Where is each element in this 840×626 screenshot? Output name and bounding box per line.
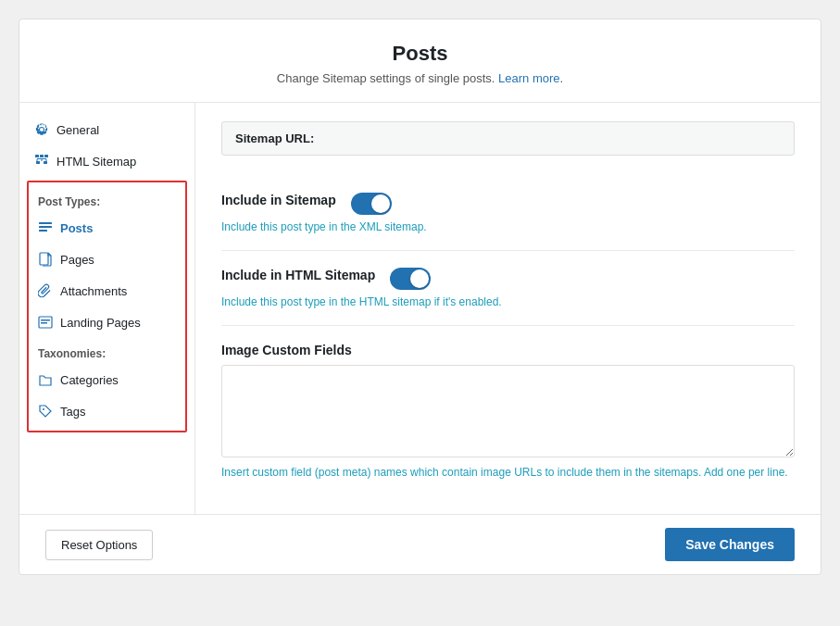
sidebar-item-posts[interactable]: Posts	[29, 212, 185, 244]
sidebar-item-landing-pages[interactable]: Landing Pages	[29, 307, 185, 338]
sitemap-url-bar: Sitemap URL:	[221, 121, 795, 156]
categories-icon	[38, 372, 53, 387]
sidebar-item-landing-pages-label: Landing Pages	[60, 316, 141, 330]
sidebar: General HTML Sitemap Post Types:	[19, 103, 195, 514]
sidebar-item-general-label: General	[56, 123, 99, 137]
gear-icon	[34, 122, 49, 137]
sidebar-item-posts-label: Posts	[60, 221, 93, 235]
sidebar-item-html-sitemap-label: HTML Sitemap	[56, 155, 136, 169]
svg-rect-15	[41, 322, 47, 324]
content-area: Sitemap URL: Include in Sitemap Include …	[195, 103, 821, 514]
svg-rect-14	[41, 319, 50, 321]
svg-rect-11	[39, 230, 47, 232]
svg-rect-5	[36, 161, 40, 164]
page-subtitle: Change Sitemap settings of single posts.…	[38, 71, 802, 85]
page-body: General HTML Sitemap Post Types:	[19, 103, 821, 514]
sidebar-item-general[interactable]: General	[19, 114, 194, 145]
svg-rect-1	[40, 155, 44, 157]
post-types-label: Post Types:	[29, 186, 185, 212]
pages-icon	[38, 252, 53, 267]
svg-rect-2	[44, 155, 48, 157]
setting-image-custom-fields: Image Custom Fields Insert custom field …	[221, 326, 795, 495]
svg-rect-7	[37, 159, 38, 161]
attachments-icon	[38, 283, 53, 298]
sidebar-item-pages-label: Pages	[60, 253, 94, 267]
sidebar-item-tags[interactable]: Tags	[29, 395, 185, 427]
sidebar-item-categories[interactable]: Categories	[29, 364, 185, 395]
landing-pages-icon	[38, 315, 53, 330]
include-in-html-sitemap-toggle[interactable]	[390, 268, 431, 290]
outer-container: Posts Change Sitemap settings of single …	[0, 0, 840, 626]
taxonomies-label: Taxonomies:	[29, 338, 185, 364]
reset-options-button[interactable]: Reset Options	[45, 530, 153, 560]
include-in-html-sitemap-description: Include this post type in the HTML sitem…	[221, 295, 795, 308]
main-card: Posts Change Sitemap settings of single …	[19, 19, 821, 575]
include-in-sitemap-description: Include this post type in the XML sitema…	[221, 220, 795, 233]
include-in-html-sitemap-label: Include in HTML Sitemap	[221, 268, 375, 282]
svg-rect-9	[39, 222, 52, 224]
sitemap-url-label: Sitemap URL:	[235, 131, 314, 145]
page-title: Posts	[38, 42, 802, 66]
sidebar-item-attachments[interactable]: Attachments	[29, 275, 185, 307]
image-custom-fields-label: Image Custom Fields	[221, 343, 795, 357]
svg-point-16	[43, 408, 44, 410]
sidebar-item-tags-label: Tags	[60, 405, 85, 419]
svg-rect-4	[42, 159, 43, 161]
svg-rect-12	[40, 253, 48, 265]
sidebar-item-categories-label: Categories	[60, 373, 119, 387]
svg-rect-10	[39, 226, 52, 228]
learn-more-link[interactable]: Learn more	[498, 71, 559, 85]
sidebar-item-attachments-label: Attachments	[60, 284, 127, 298]
page-header: Posts Change Sitemap settings of single …	[19, 19, 821, 103]
svg-rect-3	[37, 158, 46, 159]
sitemap-icon	[34, 154, 49, 169]
page-footer: Reset Options Save Changes	[19, 514, 821, 574]
sidebar-item-html-sitemap[interactable]: HTML Sitemap	[19, 145, 194, 177]
tags-icon	[38, 404, 53, 419]
svg-rect-8	[46, 159, 47, 161]
include-in-sitemap-toggle[interactable]	[351, 193, 392, 215]
posts-icon	[38, 220, 53, 235]
save-changes-button[interactable]: Save Changes	[665, 528, 795, 561]
sidebar-item-pages[interactable]: Pages	[29, 244, 185, 275]
sidebar-post-types-group: Post Types: Posts Pages	[27, 181, 187, 432]
image-custom-fields-description: Insert custom field (post meta) names wh…	[221, 466, 795, 479]
image-custom-fields-textarea[interactable]	[221, 365, 795, 457]
include-in-sitemap-label: Include in Sitemap	[221, 193, 336, 207]
svg-rect-6	[44, 161, 47, 164]
setting-include-in-html-sitemap: Include in HTML Sitemap Include this pos…	[221, 251, 795, 326]
svg-rect-0	[35, 155, 39, 157]
setting-include-in-sitemap: Include in Sitemap Include this post typ…	[221, 176, 795, 251]
